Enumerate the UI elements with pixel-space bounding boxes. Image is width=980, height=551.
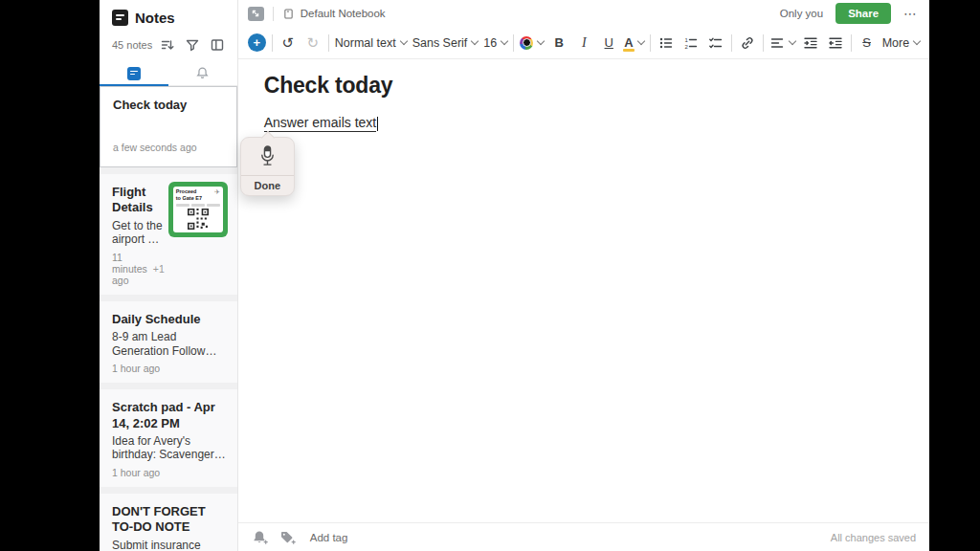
note-title-text[interactable]: Check today xyxy=(264,73,910,99)
tab-reminders[interactable] xyxy=(168,61,237,85)
bell-icon xyxy=(195,66,210,80)
chevron-down-icon xyxy=(471,37,479,45)
panel-tabs xyxy=(100,61,237,86)
save-status: All changes saved xyxy=(831,532,916,543)
svg-text:1: 1 xyxy=(684,36,688,42)
panel-header: Notes 45 notes xyxy=(100,0,237,53)
share-button[interactable]: Share xyxy=(835,3,891,24)
font-size-dropdown[interactable]: 16 xyxy=(483,32,507,55)
editor-footer: Add tag All changes saved xyxy=(238,522,929,551)
notes-panel: Notes 45 notes xyxy=(100,0,238,551)
divider xyxy=(328,34,329,52)
done-button[interactable]: Done xyxy=(241,176,294,195)
text-cursor xyxy=(377,117,378,131)
checklist-button[interactable] xyxy=(706,32,725,55)
notes-count: 45 notes xyxy=(112,39,152,51)
note-title: Scratch pad - Apr 14, 2:02 PM xyxy=(112,400,226,431)
notebook-icon xyxy=(282,8,295,20)
font-color-picker[interactable] xyxy=(520,32,544,55)
insert-link-button[interactable] xyxy=(738,32,757,55)
pass-text-line1: Proceed xyxy=(176,188,202,195)
editor-topbar: Default Notebook Only you Share ⋯ xyxy=(238,0,929,27)
chevron-down-icon xyxy=(501,37,508,45)
more-formatting-dropdown[interactable]: More xyxy=(882,32,920,55)
divider xyxy=(513,34,514,52)
note-title: Daily Schedule xyxy=(112,312,226,327)
app-window: Notes 45 notes xyxy=(100,0,880,551)
svg-text:2: 2 xyxy=(684,43,688,49)
note-card-scratch-pad-apr14[interactable]: Scratch pad - Apr 14, 2:02 PM Idea for A… xyxy=(100,389,237,487)
note-time: 1 hour ago xyxy=(112,467,160,478)
layout-icon[interactable] xyxy=(210,36,226,53)
alignment-dropdown[interactable] xyxy=(769,32,795,55)
note-snippet: Idea for Avery's birthday: Scavenger hun… xyxy=(112,434,226,462)
note-card-dont-forget[interactable]: DON'T FORGET TO-DO NOTE Submit insurance… xyxy=(100,494,237,551)
redo-button[interactable]: ↻ xyxy=(303,32,323,55)
note-time: 11 minutes ago xyxy=(112,252,147,286)
dictated-text[interactable]: Answer emails text xyxy=(264,115,376,132)
note-snippet: Get to the airport by 7am. Before... xyxy=(112,219,165,247)
note-title: Flight Details xyxy=(112,185,165,216)
boarding-pass-thumbnail: Proceed to Gate E7 ✈ xyxy=(168,182,228,237)
italic-button[interactable]: I xyxy=(574,32,593,55)
chevron-down-icon xyxy=(636,37,644,45)
outdent-button[interactable] xyxy=(826,32,845,55)
color-swatch-icon xyxy=(520,36,533,50)
divider xyxy=(731,34,732,52)
notebook-selector[interactable]: Default Notebook xyxy=(282,8,386,20)
filter-icon[interactable] xyxy=(185,36,201,53)
note-snippet: Submit insurance claim. - Call I... xyxy=(112,539,226,551)
bold-button[interactable]: B xyxy=(549,32,568,55)
expand-note-button[interactable] xyxy=(248,7,264,21)
numbered-list-button[interactable]: 12 xyxy=(681,32,701,55)
insert-button[interactable]: + xyxy=(248,33,266,52)
note-snippet: 8-9 am Lead Generation Follow through on… xyxy=(112,330,226,358)
chevron-down-icon xyxy=(399,37,407,45)
text-style-dropdown[interactable]: Normal text xyxy=(335,32,407,55)
editor-canvas[interactable]: Check today Answer emails text Done xyxy=(238,59,929,522)
note-time: a few seconds ago xyxy=(113,142,197,153)
note-card-check-today[interactable]: Check today a few seconds ago xyxy=(100,86,237,167)
divider xyxy=(763,34,764,52)
underline-button[interactable]: U xyxy=(599,32,618,55)
notes-app-icon xyxy=(112,10,128,26)
share-audience[interactable]: Only you xyxy=(780,8,823,19)
font-family-dropdown[interactable]: Sans Serif xyxy=(412,32,479,55)
divider xyxy=(272,34,273,52)
divider xyxy=(851,34,852,52)
pass-text-line2: to Gate E7 xyxy=(176,195,202,202)
notebook-name: Default Notebook xyxy=(301,8,386,19)
bulleted-list-button[interactable] xyxy=(657,32,676,55)
note-editor: Default Notebook Only you Share ⋯ + ↺ ↻ … xyxy=(238,0,929,551)
formatting-toolbar: + ↺ ↻ Normal text Sans Serif 16 B I U A xyxy=(238,27,929,59)
note-card-daily-schedule[interactable]: Daily Schedule 8-9 am Lead Generation Fo… xyxy=(100,301,237,384)
chevron-down-icon xyxy=(788,37,795,45)
note-list: Check today a few seconds ago Flight Det… xyxy=(100,86,237,551)
note-card-flight-details[interactable]: Flight Details Get to the airport by 7am… xyxy=(100,174,237,295)
strikethrough-button[interactable]: S xyxy=(858,32,877,55)
note-time: 1 hour ago xyxy=(112,363,160,374)
divider xyxy=(650,34,651,52)
note-title: Check today xyxy=(113,98,225,113)
more-options-icon[interactable]: ⋯ xyxy=(903,6,918,21)
microphone-icon xyxy=(257,144,278,168)
note-title: DON'T FORGET TO-DO NOTE xyxy=(112,504,226,536)
pass-detail-bars xyxy=(176,204,220,207)
undo-button[interactable]: ↺ xyxy=(278,32,298,55)
note-attachment-count: +1 xyxy=(153,263,165,275)
highlight-button[interactable]: A xyxy=(624,32,643,55)
indent-button[interactable] xyxy=(801,32,820,55)
plane-icon: ✈ xyxy=(214,188,220,195)
chevron-down-icon xyxy=(913,37,921,45)
highlight-icon: A xyxy=(624,35,633,50)
dictation-popup: Done xyxy=(240,137,295,196)
panel-title: Notes xyxy=(135,10,175,26)
add-tag-icon[interactable] xyxy=(279,530,297,545)
sort-icon[interactable] xyxy=(160,36,176,53)
tab-notes[interactable] xyxy=(100,61,168,85)
add-reminder-icon[interactable] xyxy=(252,530,269,545)
qr-code xyxy=(188,209,209,230)
chevron-down-icon xyxy=(537,37,545,45)
divider xyxy=(273,7,274,21)
add-tag-label[interactable]: Add tag xyxy=(310,532,348,543)
